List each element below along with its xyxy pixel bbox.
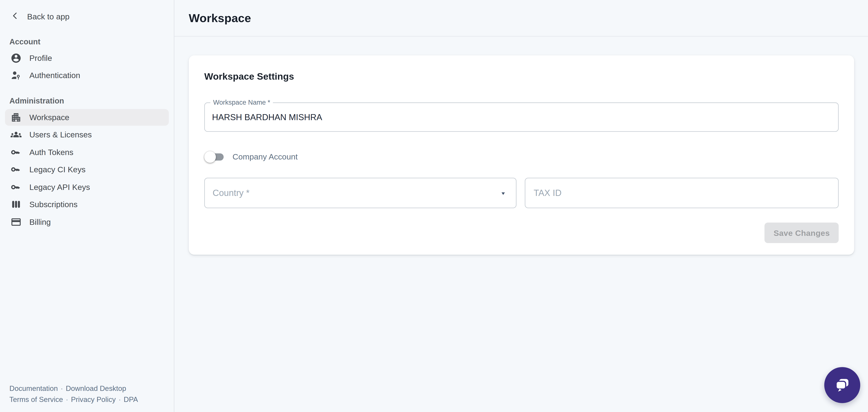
back-to-app-label: Back to app [27,12,69,21]
sidebar-item-label: Billing [29,217,51,226]
credit-card-icon [10,216,22,227]
sidebar-item-billing[interactable]: Billing [5,214,169,230]
sidebar-item-label: Workspace [29,113,69,122]
key-icon [10,164,22,175]
page-title: Workspace [189,11,251,25]
sidebar-item-subscriptions[interactable]: Subscriptions [5,196,169,213]
toggle-thumb [204,151,216,163]
chat-widget-button[interactable] [824,367,860,403]
documentation-link[interactable]: Documentation [9,384,58,393]
sidebar-item-workspace[interactable]: Workspace [5,109,169,125]
country-select-placeholder: Country * [213,188,498,198]
workspace-name-field: Workspace Name * [204,102,839,132]
company-account-label: Company Account [232,152,298,161]
settings-sidebar: Back to app Account Profile Authenticati… [0,0,175,412]
key-icon [10,147,22,157]
card-actions: Save Changes [204,223,839,243]
country-select[interactable]: Country * [204,178,516,208]
person-key-icon [10,70,22,81]
chat-bubbles-icon [834,377,851,394]
workspace-settings-card: Workspace Settings Workspace Name * Comp… [189,55,854,255]
sidebar-item-label: Users & Licenses [29,130,92,139]
sidebar-item-label: Authentication [29,71,80,80]
sidebar-item-profile[interactable]: Profile [5,50,169,66]
sidebar-item-auth-tokens[interactable]: Auth Tokens [5,144,169,160]
sidebar-item-label: Legacy API Keys [29,182,90,192]
sidebar-item-legacy-ci-keys[interactable]: Legacy CI Keys [5,161,169,178]
main-area: Workspace Workspace Settings Workspace N… [175,0,868,412]
footer-row-1: Documentation·Download Desktop [9,383,138,394]
country-tax-row: Country * [204,178,839,208]
footer-row-2: Terms of Service·Privacy Policy·DPA [9,394,138,405]
sidebar-item-legacy-api-keys[interactable]: Legacy API Keys [5,179,169,195]
building-icon [10,112,22,123]
dpa-link[interactable]: DPA [124,395,138,404]
company-account-toggle[interactable] [204,151,225,163]
sidebar-item-label: Auth Tokens [29,148,73,156]
section-header-account: Account [0,37,174,47]
workspace-name-input[interactable] [205,103,838,131]
sidebar-item-label: Legacy CI Keys [29,165,86,174]
section-header-administration: Administration [0,96,174,106]
privacy-policy-link[interactable]: Privacy Policy [71,395,116,404]
account-circle-icon [10,53,22,64]
tax-id-field [525,178,839,208]
sidebar-item-users-licenses[interactable]: Users & Licenses [5,126,169,143]
sidebar-footer: Documentation·Download Desktop Terms of … [9,383,138,405]
back-to-app-button[interactable]: Back to app [0,0,174,24]
card-title: Workspace Settings [204,71,839,83]
key-icon [10,181,22,193]
workspace-name-label: Workspace Name * [210,99,273,106]
content-area: Workspace Settings Workspace Name * Comp… [175,37,868,255]
bars-icon [10,199,22,210]
footer-separator: · [61,384,63,393]
save-button[interactable]: Save Changes [765,223,839,243]
download-desktop-link[interactable]: Download Desktop [66,384,126,393]
company-account-row: Company Account [204,146,839,167]
terms-of-service-link[interactable]: Terms of Service [9,395,63,404]
footer-separator: · [119,395,121,404]
chevron-down-icon [498,188,508,198]
sidebar-item-authentication[interactable]: Authentication [5,67,169,84]
tax-id-input[interactable] [525,178,838,208]
page-header: Workspace [175,0,868,37]
sidebar-item-label: Subscriptions [29,200,78,209]
footer-separator: · [66,395,68,404]
sidebar-item-label: Profile [29,54,52,62]
groups-icon [10,129,22,140]
app-root: Back to app Account Profile Authenticati… [0,0,868,412]
chevron-left-icon [10,11,20,22]
